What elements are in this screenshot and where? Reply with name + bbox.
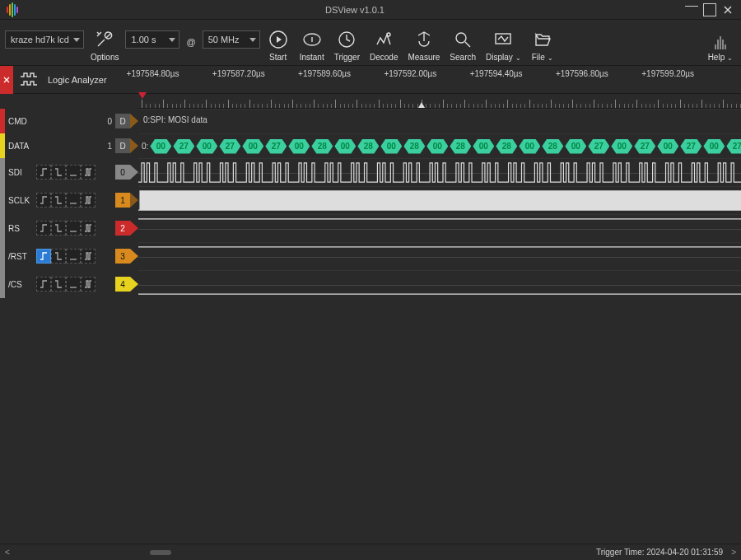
trigger-both-button[interactable]	[81, 249, 96, 264]
decoded-byte[interactable]: 00	[703, 139, 725, 154]
search-button[interactable]: Search	[446, 28, 479, 62]
trigger-time-label: Trigger Time: 2024-04-20 01:31:59	[596, 548, 723, 557]
trigger-both-button[interactable]	[81, 193, 96, 208]
decoded-byte[interactable]: 00	[380, 139, 402, 154]
decode-button[interactable]: Decode	[366, 28, 401, 62]
decoded-byte[interactable]: 28	[496, 139, 517, 154]
search-label: Search	[450, 53, 476, 62]
decoded-byte[interactable]: 00	[426, 139, 448, 154]
maximize-button[interactable]	[703, 3, 716, 16]
trigger-low-button[interactable]	[66, 165, 81, 180]
decoded-byte[interactable]: 27	[219, 139, 240, 154]
decoded-byte[interactable]: 27	[634, 139, 655, 154]
decoded-byte[interactable]: 00	[611, 139, 632, 154]
decoded-byte[interactable]: 28	[357, 139, 379, 154]
trigger-low-button[interactable]	[66, 249, 81, 264]
decoded-byte[interactable]: 28	[450, 139, 471, 154]
waveform-lane[interactable]	[138, 186, 741, 214]
channel-index-badge[interactable]: 0	[115, 165, 130, 180]
trigger-low-button[interactable]	[66, 277, 81, 292]
time-ruler[interactable]	[138, 94, 741, 109]
trigger-fall-button[interactable]	[51, 165, 66, 180]
decoded-byte[interactable]: 00	[519, 139, 540, 154]
decoded-byte[interactable]: 00	[196, 139, 217, 154]
device-selector-value: kraze hd7k lcd in	[11, 35, 70, 44]
waveform-lane[interactable]	[138, 158, 741, 186]
decode-icon	[372, 28, 395, 51]
channel-row-sdi: SDI 0	[0, 158, 741, 186]
time-range-selector[interactable]: 1.00 s	[125, 30, 179, 49]
trigger-both-button[interactable]	[81, 277, 96, 292]
decoded-byte[interactable]: 28	[403, 139, 425, 154]
decoder-badge[interactable]: D	[115, 114, 130, 128]
decoded-byte[interactable]: 00	[473, 139, 494, 154]
device-selector[interactable]: kraze hd7k lcd in	[5, 30, 84, 49]
waveform-lane[interactable]	[138, 214, 741, 242]
measure-button[interactable]: Measure	[404, 28, 443, 62]
play-icon	[267, 28, 290, 51]
channel-flag	[130, 277, 138, 292]
channel-value: 0	[100, 117, 112, 126]
trigger-button[interactable]: Trigger	[331, 28, 363, 62]
channel-flag	[130, 193, 138, 208]
decoded-byte[interactable]: 00	[150, 139, 171, 154]
cursor-marker[interactable]	[418, 102, 425, 108]
trigger-fall-button[interactable]	[51, 193, 66, 208]
trigger-rise-button[interactable]	[36, 193, 51, 208]
waveform-lane[interactable]	[138, 242, 741, 270]
trigger-rise-button[interactable]	[36, 165, 51, 180]
decoded-byte[interactable]: 27	[680, 139, 701, 154]
display-button[interactable]: Display ⌄	[482, 28, 524, 62]
trigger-rise-button[interactable]	[36, 277, 51, 292]
close-button[interactable]	[721, 3, 734, 16]
channel-index-badge[interactable]: 2	[115, 221, 130, 236]
trigger-fall-button[interactable]	[51, 277, 66, 292]
trigger-rise-button[interactable]	[36, 249, 51, 264]
decoder-lane-cmd[interactable]: 0:SPI: MOSI data	[138, 109, 741, 133]
decoder-label: 0:SPI: MOSI data	[138, 115, 207, 124]
trigger-fall-button[interactable]	[51, 221, 66, 236]
decoded-byte[interactable]: 00	[288, 139, 310, 154]
help-icon	[715, 36, 726, 49]
decoded-byte[interactable]: 27	[173, 139, 194, 154]
help-button[interactable]: Help ⌄	[705, 36, 736, 62]
decoded-byte[interactable]: 00	[242, 139, 263, 154]
chevron-down-icon	[73, 38, 80, 42]
channel-row-rst: /RST 3	[0, 242, 741, 270]
decoded-byte[interactable]: 00	[565, 139, 586, 154]
trigger-both-button[interactable]	[81, 165, 96, 180]
channel-index-badge[interactable]: 1	[115, 193, 130, 208]
channel-name: /CS	[5, 280, 35, 289]
trigger-marker[interactable]	[138, 92, 147, 99]
trigger-rise-button[interactable]	[36, 221, 51, 236]
decoded-byte[interactable]: 00	[657, 139, 678, 154]
trigger-low-button[interactable]	[66, 193, 81, 208]
minimize-button[interactable]	[685, 3, 698, 16]
decoder-badge[interactable]: D	[115, 138, 130, 153]
channel-index-badge[interactable]: 3	[115, 249, 130, 264]
time-label: +197596.80µs	[556, 69, 608, 78]
close-device-button[interactable]	[0, 66, 13, 94]
decoded-byte[interactable]: 27	[588, 139, 609, 154]
waveform-lane[interactable]	[138, 270, 741, 298]
decoder-lane-data[interactable]: 0: 0027002700270028002800280028002800280…	[138, 133, 741, 158]
trigger-fall-button[interactable]	[51, 249, 66, 264]
hscroll-thumb[interactable]	[150, 550, 171, 555]
instant-button[interactable]: Instant	[296, 28, 328, 62]
file-button[interactable]: File ⌄	[528, 28, 557, 62]
trigger-low-button[interactable]	[66, 221, 81, 236]
start-label: Start	[269, 53, 287, 62]
scroll-left-arrow[interactable]: <	[5, 548, 10, 557]
start-button[interactable]: Start	[263, 28, 293, 62]
channel-index-badge[interactable]: 4	[115, 277, 130, 292]
trigger-both-button[interactable]	[81, 221, 96, 236]
scroll-right-arrow[interactable]: >	[731, 548, 736, 557]
decoded-byte[interactable]: 27	[726, 139, 741, 154]
sample-rate-selector[interactable]: 50 MHz	[203, 30, 260, 49]
decoded-byte[interactable]: 27	[265, 139, 287, 154]
device-row: Logic Analyzer +197584.80µs+197587.20µs+…	[0, 66, 741, 94]
options-button[interactable]: Options	[87, 28, 122, 62]
decoded-byte[interactable]: 00	[334, 139, 356, 154]
decoded-byte[interactable]: 28	[311, 139, 333, 154]
decoded-byte[interactable]: 28	[542, 139, 563, 154]
